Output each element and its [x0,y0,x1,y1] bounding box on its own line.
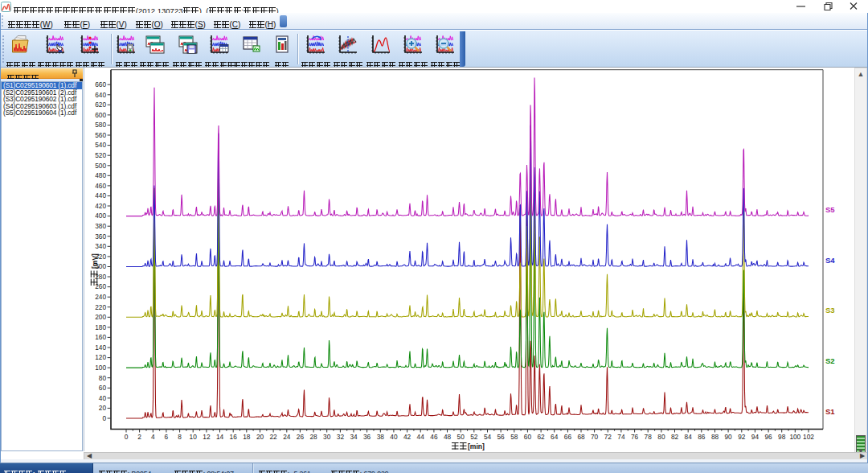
svg-text:24: 24 [283,433,291,441]
svg-text:560: 560 [95,131,106,139]
svg-text:500: 500 [95,162,106,170]
svg-text:0: 0 [102,414,106,422]
svg-text:540: 540 [95,141,106,149]
svg-text:54: 54 [484,433,492,441]
svg-text:44: 44 [417,433,425,441]
svg-text:84: 84 [685,433,693,441]
svg-text:62: 62 [537,433,545,441]
svg-text:36: 36 [363,433,371,441]
svg-text:30: 30 [323,433,331,441]
svg-text:4: 4 [151,433,155,441]
svg-text:[min]: [min] [468,442,485,450]
svg-text:92: 92 [738,433,746,441]
svg-text:28: 28 [309,433,317,441]
svg-text:6: 6 [165,433,169,441]
svg-text:S4: S4 [825,256,835,265]
svg-text:16: 16 [230,433,238,441]
svg-text:8: 8 [178,433,182,441]
svg-text:520: 520 [95,151,106,159]
svg-text:240: 240 [95,293,106,301]
svg-text:14: 14 [216,433,224,441]
svg-text:82: 82 [671,433,679,441]
svg-text:460: 460 [95,182,106,190]
svg-text:78: 78 [645,433,653,441]
svg-text:86: 86 [698,433,706,441]
svg-text:S3: S3 [825,306,835,315]
svg-text:360: 360 [95,232,106,241]
svg-text:0: 0 [125,433,129,441]
svg-text:52: 52 [470,433,478,441]
svg-text:60: 60 [99,384,107,392]
svg-text:[mV]: [mV] [91,253,99,269]
svg-text:90: 90 [724,433,732,441]
svg-text:220: 220 [95,303,106,311]
svg-text:46: 46 [430,433,438,441]
svg-text:400: 400 [95,212,106,220]
svg-text:660: 660 [95,80,106,88]
svg-text:420: 420 [95,202,106,210]
svg-text:10: 10 [190,433,198,441]
svg-text:48: 48 [444,433,452,441]
svg-text:80: 80 [657,433,665,441]
svg-text:120: 120 [95,353,106,361]
svg-text:20: 20 [99,404,107,412]
svg-text:98: 98 [778,433,786,441]
svg-text:200: 200 [95,313,106,321]
svg-text:160: 160 [95,333,106,341]
svg-text:580: 580 [95,121,106,129]
svg-text:38: 38 [377,433,385,441]
svg-text:76: 76 [631,433,639,441]
svg-text:26: 26 [297,433,305,441]
svg-text:380: 380 [95,222,106,230]
svg-text:66: 66 [564,433,572,441]
svg-text:40: 40 [390,433,398,441]
svg-text:56: 56 [497,433,505,441]
svg-text:50: 50 [457,433,465,441]
svg-text:640: 640 [95,91,106,99]
svg-text:80: 80 [99,374,107,382]
svg-text:280: 280 [95,273,106,281]
svg-text:42: 42 [403,433,411,441]
svg-text:12: 12 [203,433,211,441]
svg-text:180: 180 [95,323,106,331]
svg-text:2: 2 [137,433,141,441]
svg-text:620: 620 [95,101,106,109]
svg-text:18: 18 [243,433,251,441]
svg-text:440: 440 [95,191,106,199]
svg-text:100: 100 [95,364,106,372]
svg-text:S2: S2 [825,356,835,365]
svg-text:260: 260 [95,282,106,290]
svg-text:600: 600 [95,111,106,119]
svg-text:60: 60 [524,433,532,441]
svg-text:102: 102 [803,433,814,441]
svg-text:340: 340 [95,242,106,250]
svg-text:70: 70 [591,433,599,441]
svg-text:22: 22 [269,433,277,441]
svg-text:68: 68 [577,433,585,441]
svg-text:S1: S1 [825,407,835,416]
svg-text:72: 72 [604,433,612,441]
svg-text:64: 64 [551,433,559,441]
svg-text:40: 40 [99,394,107,402]
svg-text:20: 20 [256,433,264,441]
svg-text:100: 100 [789,433,800,441]
svg-text:96: 96 [764,433,772,441]
svg-text:94: 94 [751,433,760,441]
svg-text:34: 34 [350,433,358,441]
svg-text:32: 32 [337,433,345,441]
svg-text:58: 58 [510,433,518,441]
svg-text:480: 480 [95,171,106,179]
svg-text:74: 74 [617,433,625,441]
svg-text:S5: S5 [825,205,835,214]
svg-text:140: 140 [95,343,106,352]
svg-text:88: 88 [711,433,719,441]
